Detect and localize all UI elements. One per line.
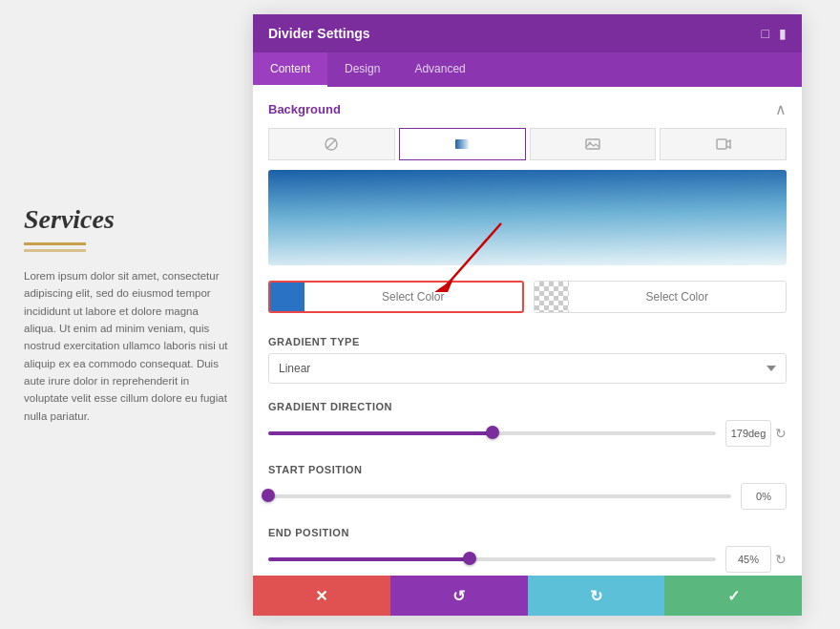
- save-icon: ✓: [727, 587, 740, 605]
- none-bg-icon: [324, 136, 339, 152]
- slider-thumb[interactable]: [486, 426, 499, 439]
- end-position-value-wrap: 45% ↻: [725, 546, 787, 573]
- tab-design[interactable]: Design: [327, 52, 397, 87]
- bg-type-none[interactable]: [268, 128, 395, 160]
- end-slider-fill: [268, 557, 470, 561]
- gradient-type-group: Gradient Type Linear Radial: [253, 328, 802, 395]
- svg-line-1: [326, 139, 336, 149]
- columns-icon[interactable]: ▮: [779, 26, 787, 41]
- header-icons: □ ▮: [762, 26, 787, 41]
- color-selector-2[interactable]: Select Color: [534, 281, 788, 313]
- panel-header: Divider Settings □ ▮: [253, 14, 802, 52]
- image-bg-icon: [585, 136, 600, 152]
- end-slider-thumb[interactable]: [463, 552, 476, 565]
- left-content-panel: Services Lorem ipsum dolor sit amet, con…: [0, 0, 253, 629]
- start-position-controls: 0%: [268, 483, 787, 510]
- cancel-button[interactable]: ✕: [253, 576, 390, 616]
- gradient-direction-group: Gradient Direction 179deg ↻: [253, 395, 802, 458]
- svg-rect-2: [455, 139, 469, 149]
- section-header-background: Background ∧: [253, 87, 802, 128]
- color-label-2: Select Color: [569, 290, 787, 304]
- start-slider-thumb[interactable]: [262, 489, 275, 502]
- gradient-preview: [268, 170, 787, 265]
- color-swatch-2: [535, 282, 569, 312]
- start-position-value-wrap: 0%: [741, 483, 787, 510]
- panel-title: Divider Settings: [268, 26, 370, 41]
- gradient-type-select[interactable]: Linear Radial: [268, 353, 787, 384]
- start-slider-track-bg: [268, 494, 731, 498]
- redo-button[interactable]: ↻: [528, 576, 665, 616]
- gradient-direction-label: Gradient Direction: [268, 401, 787, 412]
- settings-panel: Divider Settings □ ▮ Content Design Adva…: [253, 14, 802, 616]
- video-bg-icon: [716, 136, 731, 152]
- bg-type-image[interactable]: [530, 128, 657, 160]
- background-toggle-icon[interactable]: ∧: [775, 100, 787, 118]
- end-position-label: End Position: [268, 527, 787, 538]
- background-section: Background ∧: [253, 87, 802, 576]
- bg-type-gradient[interactable]: [399, 128, 526, 160]
- gradient-direction-controls: 179deg ↻: [268, 420, 787, 447]
- start-position-value: 0%: [741, 483, 787, 510]
- color-selector-1[interactable]: Select Color: [268, 281, 524, 313]
- end-position-controls: 45% ↻: [268, 546, 787, 573]
- panel-tabs: Content Design Advanced: [253, 52, 802, 87]
- end-position-reset[interactable]: ↻: [775, 552, 787, 567]
- start-position-label: Start Position: [268, 464, 787, 475]
- services-underline1: [24, 242, 86, 245]
- gradient-direction-value-wrap: 179deg ↻: [725, 420, 787, 447]
- services-title: Services: [24, 204, 115, 235]
- gradient-type-label: Gradient Type: [268, 336, 787, 347]
- gradient-direction-reset[interactable]: ↻: [775, 426, 787, 441]
- services-body: Lorem ipsum dolor sit amet, consectetur …: [24, 267, 229, 426]
- reset-icon: ↺: [452, 587, 465, 605]
- svg-rect-3: [586, 139, 599, 149]
- svg-rect-5: [717, 139, 726, 149]
- color-label-1: Select Color: [304, 290, 522, 304]
- end-position-value: 45%: [725, 546, 771, 573]
- background-section-title: Background: [268, 102, 341, 116]
- end-position-group: End Position 45% ↻: [253, 521, 802, 576]
- color-row: Select Color Select Color: [253, 281, 802, 328]
- cancel-icon: ✕: [315, 587, 327, 605]
- panel-footer: ✕ ↺ ↻ ✓: [253, 576, 802, 616]
- tab-content[interactable]: Content: [253, 52, 327, 87]
- reset-button[interactable]: ↺: [390, 576, 528, 616]
- bg-type-row: [253, 128, 802, 170]
- bg-type-video[interactable]: [660, 128, 787, 160]
- end-position-track[interactable]: [268, 556, 716, 562]
- resize-icon[interactable]: □: [762, 26, 769, 41]
- gradient-direction-track[interactable]: [268, 430, 716, 436]
- redo-icon: ↻: [590, 587, 602, 605]
- color-selectors-wrapper: Select Color Select Color: [253, 281, 802, 328]
- save-button[interactable]: ✓: [664, 576, 802, 616]
- tab-advanced[interactable]: Advanced: [397, 52, 482, 87]
- start-position-group: Start Position 0%: [253, 458, 802, 521]
- gradient-direction-value: 179deg: [725, 420, 771, 447]
- panel-body: Background ∧: [253, 87, 802, 576]
- slider-fill: [268, 431, 493, 435]
- services-underline2: [24, 249, 86, 252]
- start-position-track[interactable]: [268, 493, 731, 499]
- gradient-bg-icon: [454, 136, 470, 152]
- color-swatch-1: [270, 283, 304, 311]
